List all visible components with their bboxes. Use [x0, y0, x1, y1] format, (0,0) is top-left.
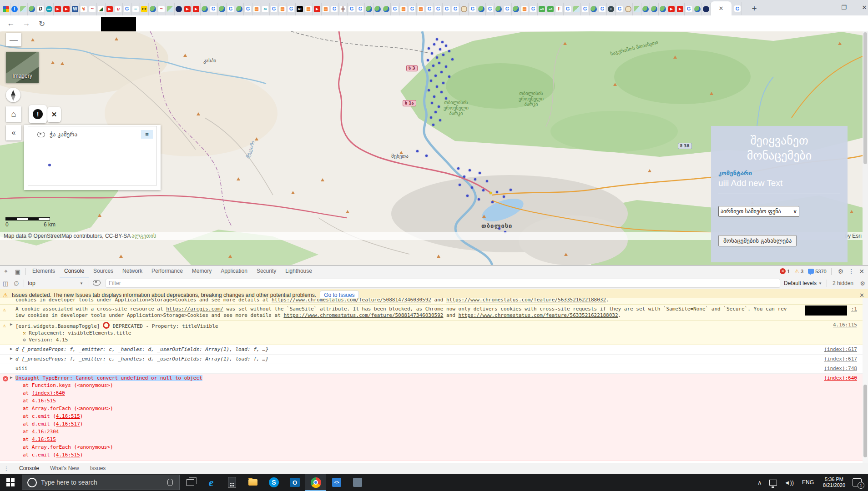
notification-center-icon[interactable]: 1: [853, 478, 862, 486]
expand-caret-icon[interactable]: ▶: [10, 375, 12, 380]
page-scrollbar[interactable]: [863, 31, 868, 265]
drawer-tab-console[interactable]: Console: [14, 463, 45, 475]
browser-tab[interactable]: AT: [296, 3, 304, 15]
browser-tab[interactable]: ▶: [313, 3, 322, 15]
map-point[interactable]: [425, 155, 428, 157]
source-location-link[interactable]: (index):640: [824, 375, 857, 381]
browser-tab[interactable]: [166, 3, 175, 15]
console-settings-icon[interactable]: ⚙: [857, 280, 868, 287]
browser-tab[interactable]: f: [10, 3, 19, 15]
map-point[interactable]: [430, 116, 432, 119]
browser-tab[interactable]: [641, 3, 650, 15]
console-sidebar-icon[interactable]: ◫: [0, 280, 11, 287]
browser-tab[interactable]: G: [227, 3, 235, 15]
new-tab-button[interactable]: +: [748, 3, 760, 15]
devtools-menu-icon[interactable]: ⋮: [848, 268, 854, 275]
map-point[interactable]: [427, 59, 429, 61]
console-filter-input[interactable]: Filter: [106, 279, 780, 288]
map-point[interactable]: [434, 111, 437, 113]
browser-tab[interactable]: ▶: [192, 3, 201, 15]
scrollbar-thumb[interactable]: [863, 385, 867, 457]
console-link[interactable]: https://www.chromestatus.com/feature/508…: [272, 298, 431, 303]
devtools-tab-elements[interactable]: Elements: [28, 266, 60, 277]
browser-tab[interactable]: ▤: [520, 3, 529, 15]
browser-tab[interactable]: G: [503, 3, 512, 15]
browser-tab[interactable]: ▤: [304, 3, 313, 15]
browser-tab[interactable]: G: [209, 3, 218, 15]
browser-tab[interactable]: G: [581, 3, 590, 15]
drawer-tab-issues[interactable]: Issues: [85, 463, 111, 474]
console-link[interactable]: 4.16:515: [56, 413, 80, 419]
browser-tab[interactable]: [28, 3, 36, 15]
map-point[interactable]: [486, 180, 488, 182]
browser-tab[interactable]: ▤: [399, 3, 408, 15]
map-point[interactable]: [439, 48, 441, 50]
browser-tab[interactable]: G: [391, 3, 399, 15]
tray-chevron-icon[interactable]: ∧: [757, 479, 762, 486]
browser-tab[interactable]: u: [114, 3, 123, 15]
speaker-icon[interactable]: ◄)): [784, 479, 794, 486]
expand-caret-icon[interactable]: ▶: [10, 346, 12, 351]
browser-tab[interactable]: [633, 3, 641, 15]
active-tab[interactable]: ✕: [711, 1, 732, 15]
map-point[interactable]: [457, 167, 459, 170]
browser-tab[interactable]: ~: [157, 3, 166, 15]
browser-tab[interactable]: [175, 3, 183, 15]
map-point[interactable]: [459, 184, 461, 186]
map-point[interactable]: [436, 56, 438, 59]
browser-tab[interactable]: [495, 3, 503, 15]
browser-tab[interactable]: G: [529, 3, 538, 15]
browser-tab[interactable]: G: [486, 3, 495, 15]
devtools-tab-sources[interactable]: Sources: [89, 266, 118, 277]
source-location-link[interactable]: (index):617: [824, 346, 857, 352]
browser-tab[interactable]: HY: [140, 3, 149, 15]
map-point[interactable]: [431, 102, 433, 104]
map-point[interactable]: [428, 47, 430, 50]
console-scrollbar[interactable]: [863, 298, 868, 463]
devtools-tab-security[interactable]: Security: [252, 266, 281, 277]
console-row[interactable]: ▶d {_promiseProps: f, _emitter: c, _hand…: [0, 355, 868, 364]
map-point[interactable]: [463, 175, 465, 178]
edge-taskbar-button[interactable]: e: [201, 474, 222, 491]
console-link[interactable]: 4.16:2304: [32, 429, 59, 435]
browser-tab[interactable]: [382, 3, 391, 15]
browser-tab[interactable]: G: [451, 3, 460, 15]
browser-tab[interactable]: F: [555, 3, 564, 15]
browser-tab[interactable]: w3: [546, 3, 555, 15]
map-point[interactable]: [438, 62, 440, 64]
browser-tab[interactable]: ▤: [322, 3, 330, 15]
drawer-menu-icon[interactable]: ⋮: [4, 466, 9, 472]
window-restore-button[interactable]: ❐: [835, 0, 853, 15]
task-view-taskbar-button[interactable]: [180, 474, 201, 491]
map-point[interactable]: [445, 65, 447, 68]
browser-tab[interactable]: ▤: [417, 3, 425, 15]
network-icon[interactable]: [769, 480, 777, 486]
console-row[interactable]: ⚠A cookie associated with a cross-site r…: [0, 305, 868, 321]
browser-tab[interactable]: ▶: [62, 3, 71, 15]
window-close-button[interactable]: ✕: [855, 0, 868, 15]
message-count[interactable]: 5370: [815, 269, 826, 274]
browser-tab[interactable]: G: [408, 3, 417, 15]
live-expression-eye-icon[interactable]: [91, 280, 102, 287]
console-row[interactable]: ⚠▶[esri.widgets.BasemapToggle] DEPRECATE…: [0, 321, 868, 345]
map-point[interactable]: [510, 189, 512, 191]
map-point[interactable]: [496, 191, 498, 193]
console-link[interactable]: 4.16:515: [32, 436, 56, 442]
basemap-toggle-button[interactable]: Imagery: [6, 52, 39, 83]
browser-tab[interactable]: G: [598, 3, 607, 15]
error-count[interactable]: 1: [787, 269, 790, 274]
map-canvas[interactable]: კასპიმცხეთათბილისითბილისის ეროვნული პარკ…: [0, 31, 868, 265]
browser-tab[interactable]: [149, 3, 157, 15]
source-location-link[interactable]: :1: [851, 306, 857, 312]
browser-tab[interactable]: [590, 3, 598, 15]
browser-tab[interactable]: ╬: [339, 3, 348, 15]
inspect-element-icon[interactable]: ⌖: [0, 266, 12, 277]
vscode-taskbar-button[interactable]: <>: [326, 474, 347, 491]
browser-tab[interactable]: G: [425, 3, 434, 15]
console-link[interactable]: https://arcgis.com/: [166, 306, 223, 312]
browser-tab[interactable]: [650, 3, 659, 15]
back-button[interactable]: ←: [5, 17, 17, 30]
browser-tab[interactable]: G: [348, 3, 356, 15]
browser-tab[interactable]: G: [733, 2, 742, 15]
map-point[interactable]: [428, 89, 430, 91]
